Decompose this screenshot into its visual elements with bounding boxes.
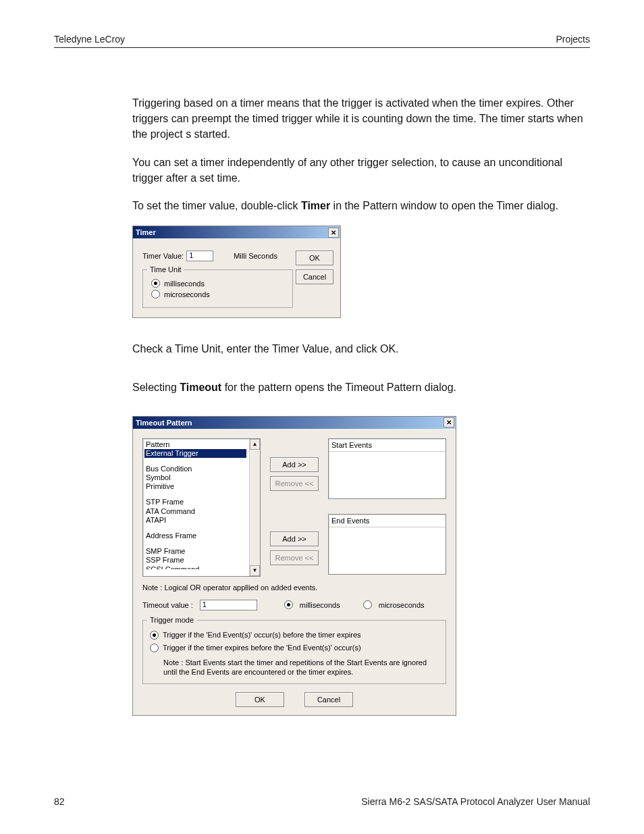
trigger-opt1-label: Trigger if the 'End Event(s)' occur(s) b… bbox=[163, 631, 361, 639]
list-item[interactable]: ATA Command bbox=[146, 507, 246, 516]
page-header: Teledyne LeCroy Projects bbox=[54, 34, 590, 48]
page-number: 82 bbox=[54, 796, 65, 807]
add-start-button[interactable]: Add >> bbox=[270, 457, 319, 472]
cancel-button[interactable]: Cancel bbox=[296, 269, 333, 284]
timer-title: Timer bbox=[136, 228, 156, 236]
radio-milliseconds[interactable] bbox=[151, 279, 160, 288]
paragraph-3: To set the timer value, double-click Tim… bbox=[132, 198, 590, 213]
list-item[interactable]: Primitive bbox=[146, 482, 246, 491]
start-events-label: Start Events bbox=[329, 439, 446, 452]
paragraph-1: Triggering based on a timer means that t… bbox=[132, 95, 590, 142]
list-item[interactable]: STP Frame bbox=[146, 498, 246, 506]
radio-trigger-opt1[interactable] bbox=[150, 631, 159, 640]
list-item[interactable]: External Trigger bbox=[144, 449, 246, 458]
pattern-label: Pattern bbox=[146, 440, 246, 449]
list-item[interactable]: Symbol bbox=[146, 473, 246, 482]
timer-value-input[interactable]: 1 bbox=[186, 251, 213, 261]
paragraph-5: Selecting Timeout for the pattern opens … bbox=[132, 380, 590, 395]
bold-timer: Timer bbox=[301, 200, 330, 211]
trigger-mode-fieldset: Trigger mode Trigger if the 'End Event(s… bbox=[142, 620, 446, 685]
start-events-listbox[interactable]: Start Events bbox=[328, 438, 446, 499]
ok-button[interactable]: OK bbox=[296, 251, 333, 265]
radio-timeout-us-label: microseconds bbox=[379, 601, 425, 609]
cancel-button[interactable]: Cancel bbox=[304, 692, 353, 707]
list-item[interactable]: ATAPI bbox=[146, 516, 246, 525]
trigger-mode-legend: Trigger mode bbox=[147, 616, 196, 624]
time-unit-legend: Time Unit bbox=[147, 265, 184, 273]
timeout-value-input[interactable]: 1 bbox=[200, 600, 257, 610]
close-icon[interactable]: ✕ bbox=[328, 228, 339, 238]
list-item[interactable]: SCSI Command bbox=[146, 565, 246, 569]
time-unit-fieldset: Time Unit milliseconds microseconds bbox=[142, 269, 293, 308]
radio-timeout-ms[interactable] bbox=[284, 600, 293, 609]
header-right: Projects bbox=[556, 34, 590, 45]
radio-trigger-opt2[interactable] bbox=[150, 644, 159, 652]
radio-timeout-ms-label: milliseconds bbox=[300, 601, 340, 609]
list-item[interactable]: Address Frame bbox=[146, 531, 246, 540]
timer-value-label: Timer Value: bbox=[142, 252, 184, 260]
manual-title: Sierra M6-2 SAS/SATA Protocol Analyzer U… bbox=[361, 796, 590, 807]
timer-dialog: Timer ✕ Timer Value: 1 Milli Seconds Tim… bbox=[132, 226, 341, 318]
header-left: Teledyne LeCroy bbox=[54, 34, 125, 45]
trigger-opt2-label: Trigger if the timer expires before the … bbox=[163, 644, 361, 652]
timer-unit-label: Milli Seconds bbox=[234, 252, 277, 260]
list-item[interactable]: SMP Frame bbox=[146, 547, 246, 556]
page-footer: 82 Sierra M6-2 SAS/SATA Protocol Analyze… bbox=[54, 796, 590, 807]
list-item[interactable]: SSP Frame bbox=[146, 556, 246, 565]
note-or: Note : Logical OR operator appllied on a… bbox=[142, 583, 446, 592]
ok-button[interactable]: OK bbox=[236, 692, 284, 707]
end-events-label: End Events bbox=[329, 515, 446, 527]
radio-us-label: microseconds bbox=[164, 290, 210, 298]
close-icon[interactable]: ✕ bbox=[444, 417, 454, 427]
timeout-title: Timeout Pattern bbox=[136, 419, 192, 427]
timeout-titlebar[interactable]: Timeout Pattern ✕ bbox=[133, 417, 456, 429]
scroll-down-icon[interactable]: ▼ bbox=[250, 565, 260, 576]
scroll-up-icon[interactable]: ▲ bbox=[250, 439, 260, 450]
paragraph-4: Check a Time Unit, enter the Timer Value… bbox=[132, 341, 590, 357]
bold-timeout: Timeout bbox=[180, 382, 221, 393]
radio-ms-label: milliseconds bbox=[164, 280, 205, 288]
trigger-note: Note : Start Events start the timer and … bbox=[163, 658, 439, 677]
pattern-listbox[interactable]: Pattern External Trigger Bus Condition S… bbox=[142, 438, 261, 577]
remove-start-button[interactable]: Remove << bbox=[270, 476, 319, 491]
end-events-listbox[interactable]: End Events bbox=[328, 514, 446, 575]
timer-titlebar[interactable]: Timer ✕ bbox=[133, 226, 340, 238]
radio-microseconds[interactable] bbox=[151, 290, 160, 298]
scrollbar[interactable]: ▲ ▼ bbox=[249, 439, 260, 576]
list-item[interactable]: Bus Condition bbox=[146, 465, 246, 473]
timeout-value-label: Timeout value : bbox=[142, 601, 193, 609]
add-end-button[interactable]: Add >> bbox=[270, 531, 319, 546]
timeout-pattern-dialog: Timeout Pattern ✕ Pattern External Trigg… bbox=[132, 416, 456, 716]
remove-end-button[interactable]: Remove << bbox=[270, 550, 319, 565]
radio-timeout-us[interactable] bbox=[363, 600, 372, 609]
paragraph-2: You can set a timer independently of any… bbox=[132, 155, 590, 186]
